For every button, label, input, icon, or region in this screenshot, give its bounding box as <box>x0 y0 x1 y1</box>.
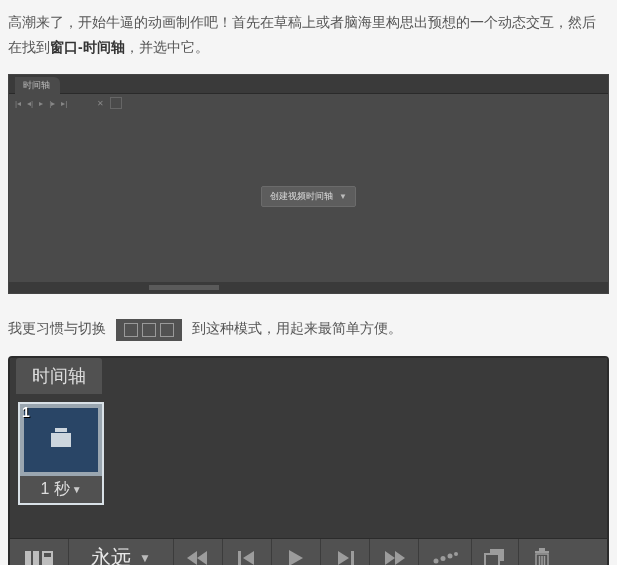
dropdown-caret-icon[interactable]: ▼ <box>339 192 347 201</box>
duplicate-frame-button[interactable] <box>472 539 519 565</box>
svg-marker-8 <box>289 550 303 565</box>
convert-mode-button[interactable] <box>10 539 69 565</box>
create-video-timeline-label: 创建视频时间轴 <box>270 190 333 203</box>
svg-rect-20 <box>539 548 545 551</box>
first-frame-icon[interactable]: |◂ <box>15 99 21 108</box>
mode-paragraph: 我更习惯与切换 到这种模式，用起来最简单方便。 <box>8 316 609 341</box>
mode-toggle-icon-group <box>116 319 182 341</box>
mode-square-icon[interactable] <box>142 323 156 337</box>
play-icon[interactable]: ▸ <box>39 99 43 108</box>
frame-delay[interactable]: 1 秒▼ <box>20 476 102 503</box>
mode-square-icon[interactable] <box>160 323 174 337</box>
intro-text-bold: 窗口-时间轴 <box>50 39 125 55</box>
svg-marker-5 <box>187 551 197 565</box>
create-video-timeline-button[interactable]: 创建视频时间轴 ▼ <box>261 186 356 207</box>
panel2-tab-timeline[interactable]: 时间轴 <box>16 358 102 394</box>
svg-rect-6 <box>238 551 241 565</box>
panel1-footer <box>9 282 608 293</box>
mode-text-pre: 我更习惯与切换 <box>8 320 106 336</box>
panel1-toolbar: |◂ ◂| ▸ |▸ ▸| ✕ <box>9 94 608 112</box>
timeline-panel-frame-mode: 时间轴 1 1 秒▼ 永远 ▼ <box>8 356 609 565</box>
last-frame-icon[interactable]: ▸| <box>61 99 67 108</box>
panel2-tabrow: 时间轴 <box>10 358 607 394</box>
panel1-tab-timeline[interactable]: 时间轴 <box>15 77 60 94</box>
svg-marker-11 <box>385 551 395 565</box>
svg-rect-0 <box>25 551 31 565</box>
tween-button[interactable] <box>419 539 472 565</box>
frame-thumbnail[interactable]: 1 1 秒▼ <box>18 402 104 505</box>
timeline-panel-video-mode: 时间轴 |◂ ◂| ▸ |▸ ▸| ✕ 创建视频时间轴 ▼ <box>8 74 609 294</box>
loop-label: 永远 <box>91 544 131 565</box>
mode-text-post: 到这种模式，用起来最简单方便。 <box>192 320 402 336</box>
svg-point-14 <box>441 556 446 561</box>
prev-frame-icon[interactable]: ◂| <box>27 99 33 108</box>
prev-frame-button[interactable] <box>223 539 272 565</box>
svg-marker-12 <box>395 551 405 565</box>
loop-selector[interactable]: 永远 ▼ <box>69 539 174 565</box>
svg-rect-10 <box>351 551 354 565</box>
svg-marker-4 <box>197 551 207 565</box>
panel2-controls: 永远 ▼ <box>10 538 607 565</box>
play-button[interactable] <box>272 539 321 565</box>
svg-rect-19 <box>535 551 549 553</box>
panel2-body: 1 1 秒▼ <box>10 394 607 538</box>
svg-rect-1 <box>33 551 39 565</box>
next-frame-button[interactable] <box>321 539 370 565</box>
panel1-body: 创建视频时间轴 ▼ <box>9 111 608 282</box>
frame-preview <box>24 408 98 472</box>
delete-frame-button[interactable] <box>519 539 565 565</box>
svg-marker-9 <box>338 551 349 565</box>
svg-rect-18 <box>485 554 499 565</box>
chevron-down-icon: ▼ <box>72 484 82 495</box>
layer-icon <box>51 433 71 447</box>
svg-point-15 <box>448 553 453 558</box>
chevron-down-icon: ▼ <box>139 551 151 565</box>
first-frame-button[interactable] <box>174 539 223 565</box>
svg-point-13 <box>434 558 439 563</box>
last-frame-button[interactable] <box>370 539 419 565</box>
svg-point-16 <box>454 552 458 556</box>
panel1-tabrow: 时间轴 <box>9 75 608 94</box>
mode-square-icon[interactable] <box>124 323 138 337</box>
svg-marker-7 <box>243 551 254 565</box>
next-frame-icon[interactable]: |▸ <box>49 99 55 108</box>
svg-rect-3 <box>44 553 51 557</box>
option-square-icon[interactable] <box>110 97 122 109</box>
intro-paragraph: 高潮来了，开始牛逼的动画制作吧！首先在草稿上或者脑海里构思出预想的一个动态交互，… <box>8 10 609 60</box>
scrollbar[interactable] <box>149 285 219 290</box>
frame-delay-label: 1 秒 <box>40 479 69 500</box>
intro-text-post: ，并选中它。 <box>125 39 209 55</box>
frame-number: 1 <box>22 404 30 420</box>
mute-icon[interactable]: ✕ <box>97 99 104 108</box>
